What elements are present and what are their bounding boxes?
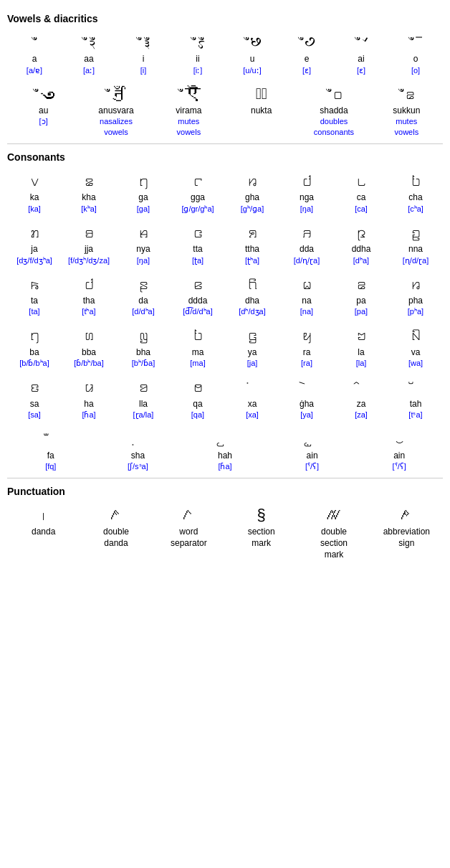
char-name: ddha bbox=[352, 244, 371, 255]
char-ipa: [ɦa] bbox=[82, 410, 95, 420]
char-name: ra bbox=[303, 347, 311, 359]
char-name: la bbox=[358, 347, 364, 359]
char-cell: ꣲ꣸u[u/uː] bbox=[225, 29, 279, 77]
char-cell: ꤈ca[ca] bbox=[334, 167, 388, 216]
char-cell: ꤒta[ta] bbox=[7, 270, 62, 319]
char-symbol: ꤢ bbox=[30, 376, 39, 399]
char-cell: ꤥqa[qa] bbox=[171, 374, 225, 423]
punct-name: abbreviation sign bbox=[383, 527, 430, 549]
char-symbol: ꤓ bbox=[85, 273, 94, 296]
char-name: u bbox=[250, 54, 255, 65]
char-name: o bbox=[413, 54, 418, 65]
char-symbol: ꤇ bbox=[302, 169, 312, 192]
char-name: virama bbox=[176, 105, 201, 117]
char-name: za bbox=[357, 399, 366, 410]
char-ipa: [pa] bbox=[355, 306, 368, 316]
char-cell: ꣲꣽanusvaranasalizes vowels bbox=[80, 80, 152, 139]
char-name: ddda bbox=[188, 296, 208, 307]
char-ipa: [ɛ] bbox=[357, 65, 365, 75]
char-ipa: [ˤ/ʕ] bbox=[393, 461, 406, 471]
char-symbol: ꣲ bbox=[31, 31, 39, 54]
char-symbol: ꤌ bbox=[139, 221, 148, 244]
char-ipa: [ya] bbox=[300, 410, 313, 420]
char-symbol: ꤂ bbox=[30, 169, 39, 192]
char-name: nga bbox=[300, 192, 314, 204]
char-name: ain bbox=[307, 450, 318, 462]
punct-name: double section mark bbox=[320, 527, 348, 560]
char-ipa: [tʰa] bbox=[82, 306, 95, 316]
char-ipa: [ra] bbox=[301, 358, 312, 368]
punct-name: danda bbox=[32, 527, 55, 538]
char-name: ya bbox=[248, 347, 257, 359]
char-ipa: [b/ɓ/bʰa] bbox=[19, 358, 49, 368]
punct-symbol: § bbox=[257, 504, 266, 527]
char-cell: ꤪfa[fq] bbox=[7, 425, 95, 474]
char-ipa: nasalizes vowels bbox=[100, 116, 133, 137]
punctuation-section: Punctuation ꤯dandaꤰdouble dandaꤱword sep… bbox=[7, 486, 443, 562]
char-ipa: [ŋa] bbox=[300, 204, 313, 214]
char-name: sa bbox=[30, 399, 39, 410]
char-symbol: ꤡ bbox=[411, 324, 421, 347]
consonants-row-1: ꤊja[dʒ/f/dʒʰa]ꤋjja[f/dʒʰ/dʒ/za]ꤌnya[ŋa]ꤍ… bbox=[7, 219, 443, 268]
char-ipa: [f/dʒʰ/dʒ/za] bbox=[68, 255, 110, 265]
char-name: jja bbox=[85, 244, 93, 255]
char-cell: ꤤlla[ɽa/la] bbox=[116, 374, 171, 423]
char-name: aa bbox=[84, 54, 93, 65]
char-symbol: ꣲ꣺ bbox=[354, 31, 368, 54]
char-cell: ꤣha[ɦa] bbox=[62, 374, 116, 423]
char-symbol: ꣲ꤁ bbox=[398, 82, 415, 105]
char-name: dda bbox=[300, 244, 314, 255]
consonants-title: Consonants bbox=[7, 151, 443, 163]
char-name: ttha bbox=[245, 244, 259, 255]
char-ipa: [dʒ/f/dʒʰa] bbox=[16, 255, 52, 265]
vowels-row1-symbols: ꣲa[a/ɐ]ꣲꣵaa[aː]ꣲꣶi[i]ꣲꣷii[iː]ꣲ꣸u[u/uː]ꣲ꣹… bbox=[7, 29, 443, 77]
char-name: pha bbox=[408, 296, 423, 307]
char-cell: ꤛbba[ɓ/bʰ/ba] bbox=[62, 322, 116, 371]
char-name: a bbox=[32, 54, 37, 65]
char-cell: ꤗna[na] bbox=[279, 270, 334, 319]
char-name: nukta bbox=[251, 105, 272, 117]
char-cell: ꣲ꤀shaddadoubles consonants bbox=[297, 80, 370, 139]
punct-cell: ꤯danda bbox=[7, 501, 80, 562]
char-name: da bbox=[138, 296, 148, 307]
char-ipa: [fq] bbox=[45, 461, 56, 471]
char-ipa: [cʰa] bbox=[408, 204, 423, 214]
char-name: tah bbox=[410, 399, 422, 410]
char-ipa: [a/ɐ] bbox=[27, 65, 42, 75]
char-cell: ꤢsa[sa] bbox=[7, 374, 62, 423]
char-ipa: [za] bbox=[355, 410, 368, 420]
char-ipa: [ɽa/la] bbox=[133, 410, 154, 420]
char-cell: ꤌnya[ŋa] bbox=[116, 219, 171, 268]
char-symbol: ꤙ bbox=[411, 273, 421, 296]
char-name: fa bbox=[47, 450, 54, 462]
punct-cell: ꤳabbreviation sign bbox=[370, 501, 443, 562]
char-cell: ꤝma[ma] bbox=[171, 322, 225, 371]
char-symbol: ꤏ bbox=[302, 221, 312, 244]
consonants-row-5: ꤪfa[fq]꤫sha[ʃ/sˢa]꤬hah[ɦa]꤭ain[ˤ/ʕ]꤮ain[… bbox=[7, 425, 443, 474]
char-cell: ꤐddha[dʰa] bbox=[334, 219, 388, 268]
char-ipa: [iː] bbox=[193, 65, 203, 75]
char-cell: ꤕddda[d͡/d/dʰa] bbox=[171, 270, 225, 319]
char-name: nna bbox=[408, 244, 423, 255]
char-symbol: ꤘ bbox=[357, 273, 366, 296]
char-cell: ꣲ꣺ai[ɛ] bbox=[334, 29, 388, 77]
char-ipa: [na] bbox=[300, 306, 313, 316]
char-ipa: [kʰa] bbox=[81, 204, 97, 214]
punct-symbol: ꤳ bbox=[398, 504, 414, 527]
char-cell: ꤘpa[pa] bbox=[334, 270, 388, 319]
char-ipa: [pʰa] bbox=[408, 306, 423, 316]
char-name: ain bbox=[393, 450, 405, 462]
char-ipa: [ɓ/bʰ/ba] bbox=[74, 358, 104, 368]
char-cell: ꤞya[ja] bbox=[225, 322, 279, 371]
char-name: bba bbox=[82, 347, 96, 359]
char-ipa: [ga] bbox=[137, 204, 150, 214]
char-name: ba bbox=[29, 347, 39, 359]
char-symbol: ꣲ꣸ bbox=[243, 31, 262, 54]
char-name: gha bbox=[245, 192, 259, 204]
char-cell: ꣲa[a/ɐ] bbox=[7, 29, 62, 77]
char-ipa: [wa] bbox=[408, 358, 423, 368]
consonants-row-2: ꤒta[ta]ꤓtha[tʰa]ꤔda[d/dʰa]ꤕddda[d͡/d/dʰa… bbox=[7, 270, 443, 319]
char-cell: ꤍtta[ʈa] bbox=[171, 219, 225, 268]
punctuation-grid: ꤯dandaꤰdouble dandaꤱword separator§secti… bbox=[7, 501, 443, 562]
char-name: xa bbox=[248, 399, 257, 410]
